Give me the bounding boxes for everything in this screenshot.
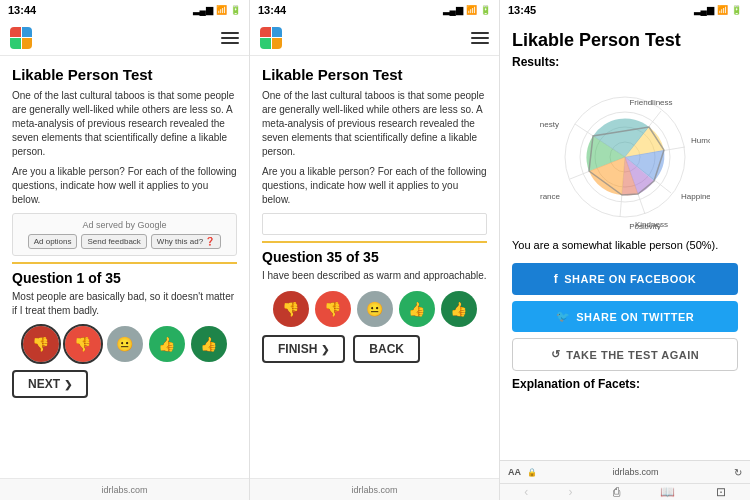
panel-2: 13:44 ▂▄▆ 📶 🔋 Likable Person Test One of… [250,0,500,500]
svg-text:Kindness: Kindness [635,220,668,229]
neutral-icon-2: 😐 [366,301,383,317]
radar-chart: Friendliness Humor Happiness Positivity … [540,75,710,230]
explanation-title: Explanation of Facets: [512,377,738,391]
retake-label: TAKE THE TEST AGAIN [566,349,699,361]
neutral-icon: 😐 [116,336,133,352]
app-logo-1 [10,27,32,49]
browser-back-button[interactable]: ‹ [524,485,528,499]
ad-options-btn[interactable]: Ad options [28,234,78,249]
url-lock-icon: 🔒 [527,468,537,477]
answer-1-disagree[interactable]: 👎 [65,326,101,362]
description-2b: Are you a likable person? For each of th… [262,165,487,207]
answer-input-area [262,213,487,235]
nav-buttons-1: NEXT ❯ [12,370,237,398]
svg-text:Friendliness: Friendliness [629,98,672,107]
next-arrow-icon: ❯ [64,379,72,390]
wifi-icon-3: 📶 [717,5,728,15]
finish-arrow-icon: ❯ [321,344,329,355]
answer-2-neutral[interactable]: 😐 [357,291,393,327]
answer-2-strongly-agree[interactable]: 👍 [441,291,477,327]
page-title-1: Likable Person Test [12,66,237,83]
bottom-url-2: idrlabs.com [351,485,397,495]
browser-bookmarks-button[interactable]: 📖 [660,485,675,499]
panel-3: 13:45 ▂▄▆ 📶 🔋 Likable Person Test Result… [500,0,750,500]
svg-text:Tolerance: Tolerance [540,192,561,201]
ad-area: Ad served by Google Ad options Send feed… [12,213,237,256]
share-facebook-button[interactable]: f SHARE ON FACEBOOK [512,263,738,295]
share-facebook-label: SHARE ON FACEBOOK [564,273,696,285]
battery-icon-2: 🔋 [480,5,491,15]
result-text: You are a somewhat likable person (50%). [512,238,738,253]
battery-icon: 🔋 [230,5,241,15]
svg-text:Humor: Humor [691,136,710,145]
status-bar-3: 13:45 ▂▄▆ 📶 🔋 [500,0,750,20]
answer-1-strongly-agree[interactable]: 👍 [191,326,227,362]
reload-icon[interactable]: ↻ [734,467,742,478]
results-content: Likable Person Test Results: [500,20,750,460]
back-label: BACK [369,342,404,356]
logo-q1 [10,27,21,38]
answer-2-disagree[interactable]: 👎 [315,291,351,327]
browser-share-button[interactable]: ⎙ [613,485,620,499]
status-icons-1: ▂▄▆ 📶 🔋 [193,5,241,15]
wifi-icon: 📶 [216,5,227,15]
why-ad-btn[interactable]: Why this ad? ❓ [151,234,221,249]
status-bar-2: 13:44 ▂▄▆ 📶 🔋 [250,0,499,20]
svg-text:Honesty: Honesty [540,120,559,129]
retake-test-button[interactable]: ↺ TAKE THE TEST AGAIN [512,338,738,371]
radar-chart-container: Friendliness Humor Happiness Positivity … [512,75,738,230]
time-2: 13:44 [258,4,286,16]
signal-icon-2: ▂▄▆ [443,5,463,15]
question-text-2: I have been described as warm and approa… [262,269,487,283]
answer-1-neutral[interactable]: 😐 [107,326,143,362]
question-text-1: Most people are basically bad, so it doe… [12,290,237,318]
next-label: NEXT [28,377,60,391]
next-button-1[interactable]: NEXT ❯ [12,370,88,398]
signal-icon: ▂▄▆ [193,5,213,15]
description-1b: Are you a likable person? For each of th… [12,165,237,207]
app-logo-2 [260,27,282,49]
bottom-bar-1: idrlabs.com [0,478,249,500]
browser-tabs-button[interactable]: ⊡ [716,485,726,499]
url-domain: idrlabs.com [543,467,728,477]
bottom-url-1: idrlabs.com [101,485,147,495]
answer-2-strongly-disagree[interactable]: 👎 [273,291,309,327]
page-title-2: Likable Person Test [262,66,487,83]
url-font-size: AA [508,467,521,477]
question-header-2: Question 35 of 35 [262,241,487,265]
signal-icon-3: ▂▄▆ [694,5,714,15]
battery-icon-3: 🔋 [731,5,742,15]
thumbs-down-icon: 👎 [74,336,91,352]
status-icons-2: ▂▄▆ 📶 🔋 [443,5,491,15]
browser-nav: ‹ › ⎙ 📖 ⊡ [500,484,750,500]
time-3: 13:45 [508,4,536,16]
status-icons-3: ▂▄▆ 📶 🔋 [694,5,742,15]
back-button[interactable]: BACK [353,335,420,363]
nav-buttons-2: FINISH ❯ BACK [262,335,487,363]
answer-2-agree[interactable]: 👍 [399,291,435,327]
panel1-content: Likable Person Test One of the last cult… [0,56,249,478]
status-bar-1: 13:44 ▂▄▆ 📶 🔋 [0,0,249,20]
answer-row-1: 👎 👎 😐 👍 👍 [12,326,237,362]
logo-q4 [22,38,33,49]
send-feedback-btn[interactable]: Send feedback [81,234,146,249]
svg-text:Happiness: Happiness [681,192,710,201]
description-2a: One of the last cultural taboos is that … [262,89,487,159]
browser-forward-button[interactable]: › [569,485,573,499]
share-twitter-button[interactable]: 🐦 SHARE ON TWITTER [512,301,738,332]
panel2-content: Likable Person Test One of the last cult… [250,56,499,478]
share-twitter-label: SHARE ON TWITTER [576,311,694,323]
thumbs-up-dark-icon: 👍 [200,336,217,352]
thumbs-down-dark-icon-2: 👎 [282,301,299,317]
finish-button[interactable]: FINISH ❯ [262,335,345,363]
browser-url-bar: AA 🔒 idrlabs.com ↻ [500,461,750,484]
results-label: Results: [512,55,738,69]
time-1: 13:44 [8,4,36,16]
twitter-icon: 🐦 [556,310,571,323]
hamburger-menu-2[interactable] [471,32,489,44]
answer-1-agree[interactable]: 👍 [149,326,185,362]
thumbs-up-icon: 👍 [158,336,175,352]
hamburger-menu-1[interactable] [221,32,239,44]
results-title: Likable Person Test [512,30,738,51]
answer-1-strongly-disagree[interactable]: 👎 [23,326,59,362]
